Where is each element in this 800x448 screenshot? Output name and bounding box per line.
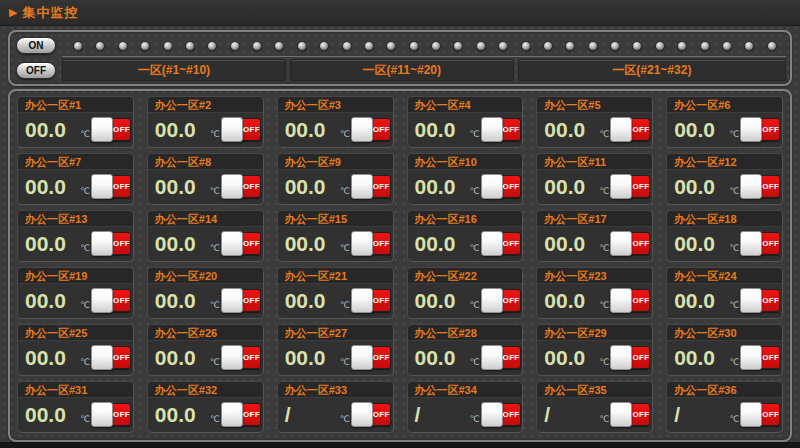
zone-label: 办公一区#26 — [148, 325, 263, 341]
toggle-knob[interactable] — [610, 231, 632, 256]
toggle-knob[interactable] — [740, 345, 762, 370]
power-toggle[interactable]: OFF — [222, 118, 261, 141]
power-toggle[interactable]: OFF — [222, 175, 261, 198]
toggle-knob[interactable] — [91, 345, 113, 370]
toggle-knob[interactable] — [351, 174, 373, 199]
on-button[interactable]: ON — [16, 37, 56, 54]
power-toggle[interactable]: OFF — [482, 175, 521, 198]
power-toggle[interactable]: OFF — [92, 232, 131, 255]
temperature-value: 00.0 — [155, 404, 209, 425]
zone-tab-2[interactable]: 一区(#11~#20) — [290, 59, 514, 81]
toggle-knob[interactable] — [740, 231, 762, 256]
temperature-value: 00.0 — [415, 233, 469, 254]
toggle-knob[interactable] — [481, 288, 503, 313]
toggle-knob[interactable] — [610, 402, 632, 427]
toggle-state-label: OFF — [373, 119, 390, 140]
power-toggle[interactable]: OFF — [352, 346, 391, 369]
power-toggle[interactable]: OFF — [741, 346, 780, 369]
toggle-knob[interactable] — [481, 345, 503, 370]
toggle-knob[interactable] — [481, 402, 503, 427]
power-toggle[interactable]: OFF — [611, 346, 650, 369]
power-toggle[interactable]: OFF — [352, 232, 391, 255]
power-toggle[interactable]: OFF — [611, 403, 650, 426]
power-toggle[interactable]: OFF — [352, 403, 391, 426]
toggle-knob[interactable] — [221, 174, 243, 199]
power-toggle[interactable]: OFF — [741, 118, 780, 141]
power-toggle[interactable]: OFF — [482, 118, 521, 141]
toggle-knob[interactable] — [221, 288, 243, 313]
zone-cell-body: 00.0℃OFF — [408, 113, 523, 147]
toggle-state-label: OFF — [373, 404, 390, 425]
power-toggle[interactable]: OFF — [482, 232, 521, 255]
toggle-knob[interactable] — [740, 288, 762, 313]
toggle-knob[interactable] — [221, 231, 243, 256]
toggle-knob[interactable] — [481, 231, 503, 256]
temperature-unit: ℃ — [340, 414, 350, 424]
power-toggle[interactable]: OFF — [482, 346, 521, 369]
power-toggle[interactable]: OFF — [92, 289, 131, 312]
zone-cell: 办公一区#1400.0℃OFF — [147, 210, 264, 262]
power-toggle[interactable]: OFF — [92, 346, 131, 369]
toggle-knob[interactable] — [740, 174, 762, 199]
zone-label: 办公一区#32 — [148, 382, 263, 398]
temperature-unit: ℃ — [80, 186, 90, 196]
zone-label: 办公一区#3 — [278, 97, 393, 113]
toggle-knob[interactable] — [351, 231, 373, 256]
zone-tab-1[interactable]: 一区(#1~#10) — [62, 59, 286, 81]
power-toggle[interactable]: OFF — [222, 289, 261, 312]
toggle-knob[interactable] — [610, 174, 632, 199]
zone-cell-body: 00.0℃OFF — [408, 284, 523, 318]
toggle-knob[interactable] — [91, 231, 113, 256]
power-toggle[interactable]: OFF — [611, 175, 650, 198]
power-toggle[interactable]: OFF — [92, 175, 131, 198]
power-toggle[interactable]: OFF — [611, 289, 650, 312]
power-toggle[interactable]: OFF — [222, 403, 261, 426]
power-toggle[interactable]: OFF — [741, 175, 780, 198]
toggle-knob[interactable] — [740, 117, 762, 142]
power-toggle[interactable]: OFF — [482, 403, 521, 426]
power-toggle[interactable]: OFF — [352, 118, 391, 141]
toggle-knob[interactable] — [351, 117, 373, 142]
power-toggle[interactable]: OFF — [92, 403, 131, 426]
off-button[interactable]: OFF — [16, 62, 56, 79]
power-toggle[interactable]: OFF — [611, 118, 650, 141]
toggle-knob[interactable] — [481, 117, 503, 142]
toggle-knob[interactable] — [91, 174, 113, 199]
led-indicator — [297, 41, 307, 51]
toggle-knob[interactable] — [351, 288, 373, 313]
toggle-knob[interactable] — [221, 345, 243, 370]
power-toggle[interactable]: OFF — [222, 232, 261, 255]
zone-tab-3[interactable]: 一区(#21~#32) — [518, 59, 786, 81]
power-toggle[interactable]: OFF — [352, 289, 391, 312]
zone-cell-body: 00.0℃OFF — [408, 170, 523, 204]
toggle-knob[interactable] — [91, 402, 113, 427]
power-toggle[interactable]: OFF — [741, 232, 780, 255]
toggle-knob[interactable] — [91, 117, 113, 142]
temperature-unit: ℃ — [340, 300, 350, 310]
power-toggle[interactable]: OFF — [482, 289, 521, 312]
toggle-knob[interactable] — [351, 345, 373, 370]
temperature-value: 00.0 — [25, 404, 79, 425]
power-toggle[interactable]: OFF — [352, 175, 391, 198]
zone-cell: 办公一区#900.0℃OFF — [277, 153, 394, 205]
power-toggle[interactable]: OFF — [741, 289, 780, 312]
power-toggle[interactable]: OFF — [222, 346, 261, 369]
toggle-state-label: OFF — [762, 290, 779, 311]
toggle-knob[interactable] — [221, 402, 243, 427]
temperature-unit: ℃ — [470, 186, 480, 196]
power-toggle[interactable]: OFF — [611, 232, 650, 255]
toggle-knob[interactable] — [481, 174, 503, 199]
power-toggle[interactable]: OFF — [741, 403, 780, 426]
zone-cell-body: /℃OFF — [408, 398, 523, 432]
power-toggle[interactable]: OFF — [92, 118, 131, 141]
toggle-knob[interactable] — [740, 402, 762, 427]
temperature-unit: ℃ — [470, 129, 480, 139]
toggle-knob[interactable] — [351, 402, 373, 427]
toggle-knob[interactable] — [610, 288, 632, 313]
toggle-knob[interactable] — [221, 117, 243, 142]
control-panel: ON OFF 一区(#1~#10)一区(#11~#20)一区(#21~#32) — [8, 30, 792, 86]
toggle-knob[interactable] — [610, 117, 632, 142]
toggle-knob[interactable] — [610, 345, 632, 370]
zone-cell-body: 00.0℃OFF — [148, 113, 263, 147]
toggle-knob[interactable] — [91, 288, 113, 313]
